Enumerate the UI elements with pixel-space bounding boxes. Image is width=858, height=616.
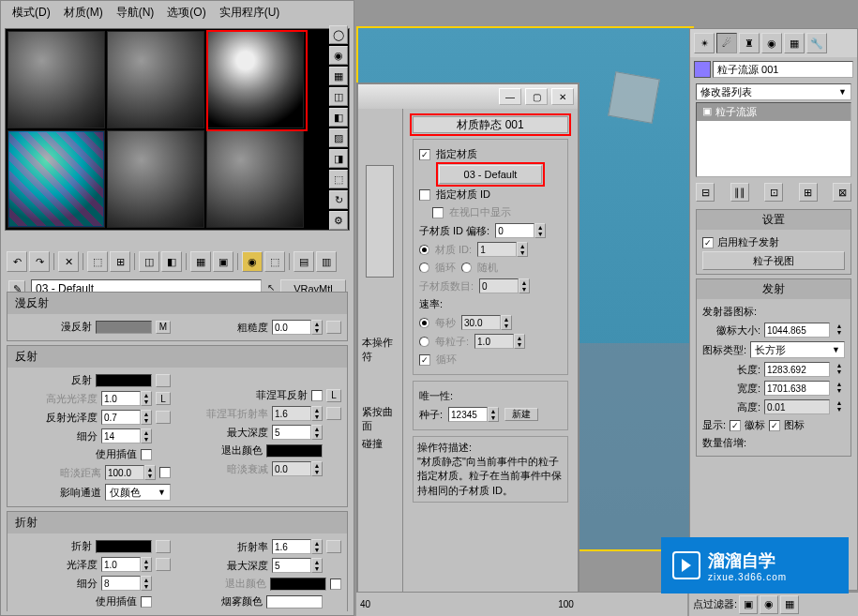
configure-sets-icon[interactable]: ⊠ (833, 183, 851, 202)
put-to-library-icon[interactable]: ◧ (161, 251, 182, 272)
menu-mode[interactable]: 模式(D) (7, 3, 56, 23)
utilities-tab-icon[interactable]: 🔧 (806, 33, 827, 53)
assign-mat-checkbox[interactable]: ✓ (419, 149, 430, 160)
select-by-mat-icon[interactable]: ⬚ (329, 170, 348, 188)
make-unique-stack-icon[interactable]: ⊡ (764, 183, 783, 202)
matid-radio[interactable] (419, 245, 429, 255)
new-seed-button[interactable]: 新建 (504, 408, 538, 421)
exitcolor-swatch[interactable] (266, 444, 323, 458)
rollout-settings-header[interactable]: 设置 (697, 210, 850, 230)
modifier-list-dropdown[interactable]: 修改器列表▼ (696, 83, 851, 100)
persec-spinner[interactable]: ▲▼ (461, 315, 512, 330)
pf-schematic-node[interactable] (366, 165, 394, 278)
submat-offset-spinner[interactable]: ▲▼ (495, 223, 546, 238)
random-radio[interactable] (461, 263, 472, 273)
menu-options[interactable]: 选项(O) (161, 3, 211, 23)
material-slot-3[interactable] (206, 31, 304, 128)
sample-uv-icon[interactable]: ◫ (329, 87, 348, 106)
maxdepth-spinner[interactable]: ▲▼ (272, 425, 323, 440)
assign-material-icon[interactable]: ✕ (58, 251, 79, 272)
filter-tool-1-icon[interactable]: ▣ (739, 595, 758, 614)
fogcolor-swatch[interactable] (266, 595, 323, 608)
cycle-radio[interactable] (419, 263, 429, 273)
show-result-icon[interactable]: ∥∥ (730, 183, 749, 202)
ior-spinner[interactable]: ▲▼ (272, 539, 323, 554)
material-map-nav-icon[interactable]: ↻ (329, 190, 348, 209)
show-vp-checkbox[interactable] (432, 207, 444, 218)
sample-type-icon[interactable]: ◯ (329, 25, 348, 44)
submat-count-spinner[interactable]: ▲▼ (479, 278, 530, 293)
options-icon[interactable]: ◨ (329, 149, 348, 168)
length-input[interactable] (764, 362, 830, 377)
width-input[interactable] (764, 381, 830, 396)
perpart-spinner[interactable]: ▲▼ (474, 334, 525, 349)
material-slot-6[interactable] (206, 130, 304, 228)
material-slot-4[interactable] (8, 130, 105, 228)
rexitcolor-swatch[interactable] (270, 578, 326, 591)
video-check-icon[interactable]: ◧ (329, 108, 348, 127)
background-icon[interactable]: ▦ (329, 67, 348, 85)
dialog-titlebar[interactable]: — ▢ ✕ (358, 84, 578, 109)
display-tab-icon[interactable]: ▦ (784, 33, 805, 53)
make-unique-icon[interactable]: ◫ (139, 251, 159, 272)
material-slot-2[interactable] (107, 31, 204, 128)
diffuse-color-swatch[interactable] (96, 321, 152, 334)
loop-checkbox[interactable]: ✓ (419, 354, 430, 366)
fresnel-checkbox[interactable] (311, 390, 323, 401)
rgloss-map-button[interactable] (156, 411, 171, 424)
dimdist-checkbox[interactable] (159, 467, 171, 478)
hgloss-lock-button[interactable]: L (156, 392, 171, 405)
fresnel-lock-button[interactable]: L (326, 389, 341, 402)
rgloss-spinner[interactable]: ▲▼ (101, 410, 152, 425)
matid-spinner[interactable]: ▲▼ (477, 242, 528, 257)
make-copy-icon[interactable]: ⊞ (110, 251, 130, 272)
menu-navigate[interactable]: 导航(N) (111, 3, 160, 23)
maximize-icon[interactable]: ▢ (525, 88, 548, 105)
backlight-icon[interactable]: ◉ (329, 46, 348, 65)
fresnel-ior-spinner[interactable]: ▲▼ (272, 406, 323, 421)
rollout-refract-header[interactable]: 折射 (8, 512, 347, 533)
icon-type-dropdown[interactable]: 长方形▼ (750, 341, 845, 358)
object-name-input[interactable] (713, 61, 853, 78)
rollout-reflect-header[interactable]: 反射 (8, 346, 347, 368)
reflect-map-button[interactable] (156, 374, 171, 387)
object-color-swatch[interactable] (694, 61, 711, 78)
rsubdiv-spinner[interactable]: ▲▼ (101, 576, 152, 591)
dimdist-spinner[interactable]: ▲▼ (105, 465, 156, 480)
diffuse-map-button[interactable]: M (156, 321, 171, 334)
rmaxdepth-spinner[interactable]: ▲▼ (272, 558, 323, 573)
rgloss2-spinner[interactable]: ▲▼ (101, 557, 152, 572)
material-slot-1[interactable] (8, 31, 105, 128)
reflect-color-swatch[interactable] (96, 374, 152, 387)
useinterp-checkbox[interactable] (141, 449, 152, 460)
ruseinterp-checkbox[interactable] (141, 596, 152, 608)
rollout-emit-header[interactable]: 发射 (697, 279, 850, 299)
hgloss-spinner[interactable]: ▲▼ (101, 391, 152, 406)
show-logo-checkbox[interactable]: ✓ (730, 420, 741, 431)
pf-operator-header[interactable]: 材质静态 001 (413, 116, 568, 133)
go-forward-icon[interactable]: ▤ (294, 251, 314, 272)
rgloss2-map-button[interactable] (156, 558, 171, 571)
show-map-icon[interactable]: ▣ (213, 251, 233, 272)
close-icon[interactable]: ✕ (551, 88, 574, 105)
fresnel-ior-map-button[interactable] (326, 407, 341, 420)
perpart-radio[interactable] (419, 337, 429, 347)
pin-stack-icon[interactable]: ⊟ (696, 183, 715, 202)
remove-modifier-icon[interactable]: ⊞ (799, 183, 818, 202)
modifier-stack-item[interactable]: ▣粒子流源 (697, 103, 850, 121)
rexitcolor-checkbox[interactable] (330, 578, 341, 590)
subdiv-spinner[interactable]: ▲▼ (101, 428, 152, 443)
material-select-button[interactable]: 03 - Default (439, 165, 542, 184)
roughness-spinner[interactable]: ▲▼ (272, 320, 323, 335)
show-end-result-icon[interactable]: ◉ (242, 251, 263, 272)
filter-tool-3-icon[interactable]: ▦ (780, 595, 799, 614)
settings-icon[interactable]: ⚙ (329, 211, 348, 230)
menu-material[interactable]: 材质(M) (58, 3, 109, 23)
rollout-diffuse-header[interactable]: 漫反射 (8, 293, 347, 314)
preview-icon[interactable]: ▨ (329, 128, 348, 147)
roughness-map-button[interactable] (326, 321, 341, 334)
get-material-icon[interactable]: ↶ (7, 251, 27, 272)
dimfade-spinner[interactable]: ▲▼ (272, 461, 323, 476)
enable-emit-checkbox[interactable]: ✓ (702, 237, 714, 248)
affect-dropdown[interactable]: 仅颜色▼ (105, 484, 171, 501)
